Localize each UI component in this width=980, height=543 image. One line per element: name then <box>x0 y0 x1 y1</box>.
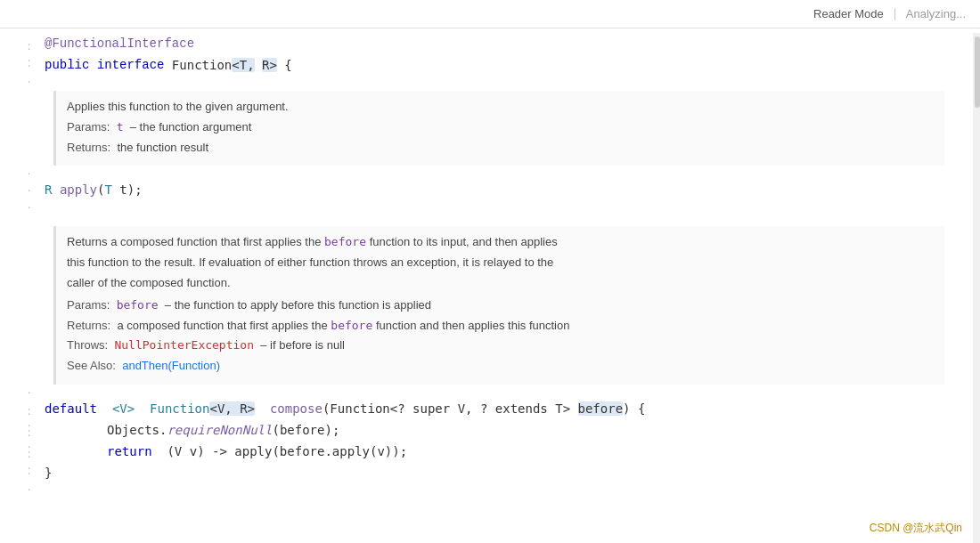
default-compose-line: · · · default <V> Function<V, R> compose… <box>18 399 944 420</box>
functional-interface-annotation: @FunctionalInterface <box>45 34 194 55</box>
doc-compose-throws: Throws: NullPointerException – if before… <box>67 336 934 355</box>
scrollbar[interactable] <box>973 33 980 543</box>
doc-apply-returns: Returns: the function result <box>67 139 934 158</box>
returns-desc1: a composed function that first applies t… <box>117 319 327 332</box>
top-bar: Reader Mode Analyzing... <box>0 0 980 28</box>
doc-apply-desc: Applies this function to the given argum… <box>67 98 934 117</box>
seealso-label: See Also: <box>67 359 116 372</box>
returns-label-1: Returns: <box>67 141 110 154</box>
doc-compose-desc1: Returns a composed function that first a… <box>67 233 934 252</box>
line-dots-7: · · · <box>18 449 43 498</box>
reader-mode-button[interactable]: Reader Mode <box>813 7 884 20</box>
doc-compose-desc3: caller of the composed function. <box>67 274 934 293</box>
keyword-public: public <box>45 55 89 77</box>
close-brace-line: · · · } <box>18 463 944 484</box>
apply-method-line: · · · R apply(T t); <box>18 180 944 201</box>
separator <box>894 8 895 20</box>
require-nonnull-code: Objects.requireNonNull(before); <box>107 420 339 442</box>
require-nonnull-line: · · · Objects.requireNonNull(before); <box>18 420 944 442</box>
interface-name: Function<T, R> { <box>172 55 292 77</box>
keyword-interface: interface <box>97 55 165 77</box>
params-label-2: Params: <box>67 298 110 312</box>
doc-block-apply: Applies this function to the given argum… <box>53 91 944 166</box>
doc-compose-desc2: this function to the result. If evaluati… <box>67 254 934 272</box>
return-line: · · · return (V v) -> apply(before.apply… <box>18 442 944 463</box>
before-ref-1: before <box>324 235 366 248</box>
throws-label: Throws: <box>67 338 108 352</box>
doc-compose-seealso: See Also: andThen(Function) <box>67 357 934 376</box>
default-compose-code: default <V> Function<V, R> compose(Funct… <box>45 399 645 420</box>
throws-desc: – if before is null <box>260 338 345 352</box>
scrollbar-thumb[interactable] <box>975 36 980 108</box>
returns-label-2: Returns: <box>67 319 110 332</box>
null-pointer-exception: NullPointerException <box>114 338 254 352</box>
doc-compose-returns: Returns: a composed function that first … <box>67 317 934 336</box>
interface-declaration-line: · · · public interface Function<T, R> { <box>18 55 944 77</box>
before-param-desc: – the function to apply before this func… <box>165 298 431 312</box>
param-t-desc: – the function argument <box>130 120 252 134</box>
return-code: return (V v) -> apply(before.apply(v)); <box>107 442 407 463</box>
footer-watermark: CSDN @流水武Qin <box>870 521 962 536</box>
apply-method-code: R apply(T t); <box>45 180 143 201</box>
andthen-link[interactable]: andThen(Function) <box>122 359 220 372</box>
param-t: t <box>117 120 124 134</box>
params-label-1: Params: <box>67 120 110 134</box>
line-dots-2: · · · <box>18 41 43 91</box>
doc-compose-params: Params: before – the function to apply b… <box>67 296 934 315</box>
before-param: before <box>117 298 159 312</box>
returns-value-1: the function result <box>117 141 208 154</box>
line-dots-3: · · · <box>18 166 43 215</box>
close-brace: } <box>45 463 52 484</box>
returns-desc2: function and then applies this function <box>376 319 570 332</box>
before-ref-2: before <box>331 319 372 332</box>
doc-block-compose: Returns a composed function that first a… <box>53 226 944 385</box>
analyzing-status: Analyzing... <box>906 7 966 20</box>
main-content: · · · @FunctionalInterface · · · public … <box>0 28 980 539</box>
doc-apply-params: Params: t – the function argument <box>67 118 934 137</box>
annotation-line: · · · @FunctionalInterface <box>18 34 944 55</box>
